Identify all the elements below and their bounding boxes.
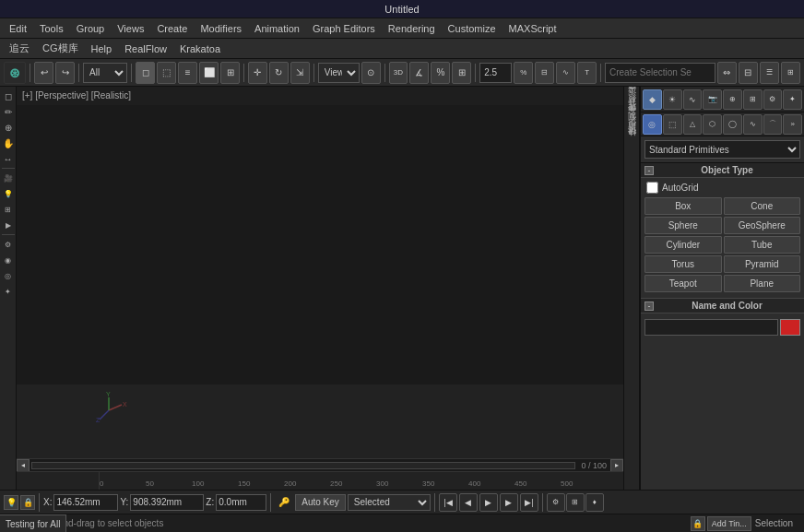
- rp-sub-cone[interactable]: △: [683, 114, 703, 135]
- rp-sub-sphere[interactable]: ◎: [643, 114, 662, 135]
- select-crossing-button[interactable]: ⊞: [220, 62, 240, 84]
- scene-label-material[interactable]: 材质: [624, 107, 640, 112]
- scroll-track[interactable]: [31, 462, 575, 469]
- y-input[interactable]: [130, 494, 204, 511]
- obj-pyramid-btn[interactable]: Pyramid: [724, 255, 801, 273]
- obj-torus-btn[interactable]: Torus: [644, 255, 722, 273]
- viewport[interactable]: [+] [Perspective] [Realistic] X Y Z: [17, 87, 623, 458]
- rp-icon-effects[interactable]: ✦: [783, 89, 802, 110]
- move-button[interactable]: ✛: [248, 62, 267, 84]
- undo-button[interactable]: ↩: [34, 62, 53, 84]
- obj-cone-btn[interactable]: Cone: [724, 197, 801, 215]
- autogrid-checkbox[interactable]: [646, 182, 658, 194]
- time-cfg-btn[interactable]: ⚙: [547, 493, 565, 512]
- align-button[interactable]: ⊟: [739, 62, 758, 84]
- select-region-button[interactable]: ⬚: [157, 62, 176, 84]
- snap-percent-button[interactable]: %: [431, 62, 450, 84]
- ls-scene-icon[interactable]: ◉: [1, 253, 16, 267]
- snap-3d-button[interactable]: 3D: [389, 62, 408, 84]
- go-start-btn[interactable]: |◀: [439, 493, 457, 512]
- menu-edit[interactable]: Edit: [4, 21, 32, 36]
- time-tag-btn[interactable]: ⊞: [566, 493, 585, 512]
- ref-coord-select[interactable]: View: [318, 63, 360, 83]
- obj-sphere-btn[interactable]: Sphere: [644, 217, 722, 234]
- auto-key-button[interactable]: Auto Key: [295, 494, 346, 511]
- select-by-name-button[interactable]: ≡: [178, 62, 197, 84]
- rp-icon-system[interactable]: ⚙: [763, 89, 783, 110]
- select-tool-button[interactable]: ◻: [136, 62, 155, 84]
- app-icon-btn[interactable]: ⊛: [4, 62, 26, 84]
- menu-customize[interactable]: Customize: [443, 21, 502, 36]
- rp-sub-extra[interactable]: »: [783, 114, 802, 135]
- rotate-button[interactable]: ↻: [269, 62, 289, 84]
- next-frame-btn[interactable]: ▶: [500, 493, 518, 512]
- cg-help[interactable]: Help: [86, 41, 118, 56]
- ls-zoom-icon[interactable]: ⊕: [1, 120, 16, 135]
- rp-sub-cylinder[interactable]: ⬡: [703, 114, 722, 135]
- percent-button[interactable]: %: [514, 62, 533, 84]
- scene-label-copy[interactable]: 复制: [624, 124, 640, 129]
- ls-object-icon[interactable]: ◎: [1, 268, 16, 283]
- ls-effects-icon[interactable]: ✦: [1, 284, 16, 299]
- scroll-left-btn[interactable]: ◂: [17, 459, 30, 472]
- menu-modifiers[interactable]: Modifiers: [195, 21, 247, 36]
- menu-animation[interactable]: Animation: [249, 21, 305, 36]
- menu-views[interactable]: Views: [112, 21, 149, 36]
- rp-icon-diamond[interactable]: ◆: [643, 89, 662, 110]
- scene-label-shortcut[interactable]: 快捷键: [624, 138, 640, 145]
- ls-pan-icon[interactable]: ✋: [1, 136, 16, 150]
- menu-tools[interactable]: Tools: [34, 21, 69, 36]
- ls-light-icon[interactable]: 💡: [1, 186, 16, 201]
- status-lock-icon[interactable]: 🔒: [20, 495, 35, 510]
- menu-maxscript[interactable]: MAXScript: [503, 21, 562, 36]
- pivot-button[interactable]: ⊙: [361, 62, 381, 84]
- prev-frame-btn[interactable]: ◀: [459, 493, 478, 512]
- text-button[interactable]: T: [577, 62, 597, 84]
- scene-label-optimize[interactable]: 场景优化: [624, 90, 640, 98]
- graph-button[interactable]: ∿: [556, 62, 575, 84]
- scroll-right-btn[interactable]: ▸: [610, 459, 623, 472]
- z-input[interactable]: [216, 494, 266, 511]
- obj-tube-btn[interactable]: Tube: [724, 236, 801, 254]
- selection-filter-select[interactable]: All: [83, 63, 127, 83]
- rp-sub-spline[interactable]: ∿: [743, 114, 763, 135]
- key-icon[interactable]: 🔑: [275, 494, 293, 511]
- ls-grid-icon[interactable]: ⊞: [1, 202, 16, 217]
- ls-select-icon[interactable]: ◻: [1, 89, 16, 103]
- numeric-input[interactable]: [479, 63, 512, 83]
- snap-angle-button[interactable]: ∡: [409, 62, 429, 84]
- menu-group[interactable]: Group: [71, 21, 111, 36]
- rp-icon-space[interactable]: ⊞: [743, 89, 763, 110]
- ls-move-icon[interactable]: ↔: [1, 151, 16, 166]
- ls-paint-icon[interactable]: ✏: [1, 104, 16, 119]
- select-window-button[interactable]: ⬜: [199, 62, 219, 84]
- named-selection-input[interactable]: [605, 63, 715, 83]
- cg-krakatoa[interactable]: Krakatoa: [174, 41, 226, 56]
- menu-graph-editors[interactable]: Graph Editors: [307, 21, 381, 36]
- lock-icon-bar[interactable]: 🔒: [691, 516, 705, 531]
- obj-teapot-btn[interactable]: Teapot: [644, 275, 722, 292]
- rp-sub-torus[interactable]: ◯: [723, 114, 742, 135]
- time-key-btn[interactable]: ♦: [585, 493, 604, 512]
- scale-button[interactable]: ⇲: [290, 62, 310, 84]
- viewport-scrollbar[interactable]: ◂ 0 / 100 ▸: [17, 458, 623, 471]
- name-color-collapse-btn[interactable]: -: [644, 301, 654, 311]
- ribbon-button[interactable]: ⊞: [781, 62, 800, 84]
- cg-cgmo[interactable]: CG模库: [37, 40, 84, 57]
- menu-rendering[interactable]: Rendering: [383, 21, 441, 36]
- primitives-dropdown[interactable]: Standard Primitives Extended Primitives …: [644, 140, 800, 159]
- ls-settings-icon[interactable]: ⚙: [1, 237, 16, 252]
- name-input-field[interactable]: [644, 319, 778, 336]
- obj-geosphere-btn[interactable]: GeoSphere: [724, 217, 801, 234]
- rp-icon-camera2[interactable]: 📷: [703, 89, 722, 110]
- play-anim-btn[interactable]: ▶: [479, 493, 498, 512]
- scene-label-model[interactable]: 模型: [624, 131, 640, 136]
- scene-label-filemanage[interactable]: 文件管理: [624, 114, 640, 122]
- mirror-button[interactable]: ⇔: [717, 62, 737, 84]
- cg-zhui[interactable]: 追云: [4, 40, 35, 57]
- rp-sub-box[interactable]: ⬚: [663, 114, 682, 135]
- snap-spinner-button[interactable]: ⊞: [452, 62, 471, 84]
- cg-realflow[interactable]: RealFlow: [119, 41, 172, 56]
- menu-create[interactable]: Create: [151, 21, 193, 36]
- selected-dropdown[interactable]: Selected: [348, 494, 431, 511]
